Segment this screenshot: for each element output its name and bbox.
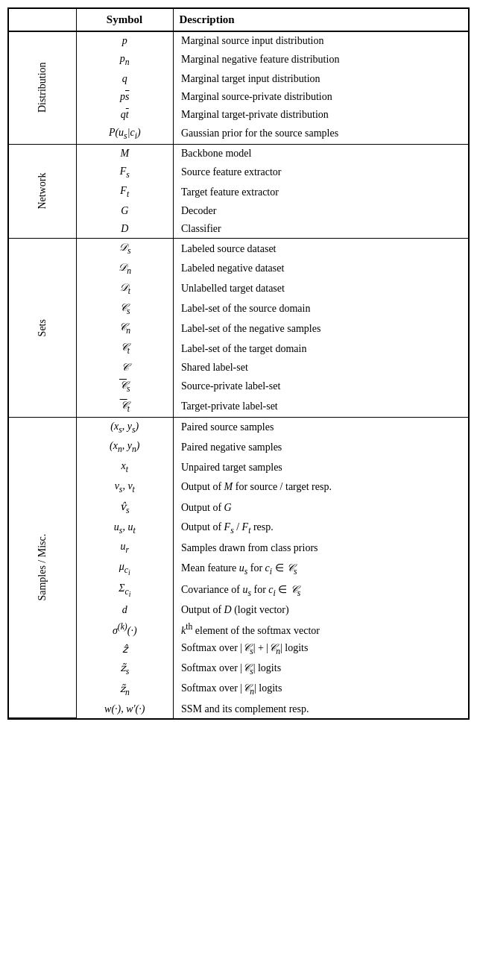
table-row: Σci Covariance of us for ci ∈ 𝒞s bbox=[77, 579, 469, 601]
symbol-sigma-ci: Σci bbox=[77, 579, 174, 601]
desc-G: Decoder bbox=[174, 202, 469, 220]
desc-sigma-ci: Covariance of us for ci ∈ 𝒞s bbox=[174, 579, 469, 601]
desc-Ds: Labeled source dataset bbox=[174, 239, 469, 259]
symbol-sigma-k: σ(k)(·) bbox=[77, 619, 174, 640]
table-row: M Backbone model bbox=[77, 145, 469, 163]
table-row: 𝒞t Label-set of the target domain bbox=[77, 339, 469, 359]
symbol-Cn: 𝒞n bbox=[77, 318, 174, 339]
symbol-G: G bbox=[77, 202, 174, 220]
table-row: w(·), w′(·) SSM and its complement resp. bbox=[77, 700, 469, 718]
table-row: p Marginal source input distribution bbox=[77, 32, 469, 50]
desc-zn-tilde: Softmax over |𝒞n| logits bbox=[174, 679, 469, 700]
desc-p: Marginal source input distribution bbox=[174, 32, 469, 50]
table-row: Fs Source feature extractor bbox=[77, 163, 469, 183]
symbol-ps-bar: ps bbox=[77, 88, 174, 106]
table-row: P(us|ci) Gaussian prior for the source s… bbox=[77, 124, 469, 144]
distribution-section: Distribution p Marginal source input dis… bbox=[9, 31, 468, 144]
table-row: q Marginal target input distribution bbox=[77, 70, 469, 88]
table-row: v̂s Output of G bbox=[77, 497, 469, 518]
symbol-xn-yn: (xn, yn) bbox=[77, 437, 174, 457]
table-row: (xn, yn) Paired negative samples bbox=[77, 437, 469, 457]
desc-xs-ys: Paired source samples bbox=[174, 418, 469, 438]
symbol-Fs: Fs bbox=[77, 163, 174, 183]
desc-Cn: Label-set of the negative samples bbox=[174, 318, 469, 339]
symbol-xt: xt bbox=[77, 457, 174, 477]
symbol-Ds: 𝒟s bbox=[77, 239, 174, 259]
header-description: Description bbox=[173, 9, 468, 31]
desc-pus-ci: Gaussian prior for the source samples bbox=[174, 124, 469, 144]
desc-ps-bar: Marginal source-private distribution bbox=[174, 88, 469, 106]
symbol-ur: ur bbox=[77, 538, 174, 558]
desc-Cs-bar: Source-private label-set bbox=[174, 377, 469, 397]
table-row: d Output of D (logit vector) bbox=[77, 601, 469, 619]
table-row: σ(k)(·) kth element of the softmax vecto… bbox=[77, 619, 469, 640]
symbol-p: p bbox=[77, 32, 174, 50]
symbol-vs-hat: v̂s bbox=[77, 497, 174, 518]
symbol-Cs-bar: 𝒞s bbox=[77, 377, 174, 397]
symbol-us-ut: us, ut bbox=[77, 518, 174, 538]
desc-us-ut: Output of Fs / Ft resp. bbox=[174, 518, 469, 538]
desc-qt-bar: Marginal target-private distribution bbox=[174, 106, 469, 124]
symbol-Ct-bar: 𝒞t bbox=[77, 397, 174, 417]
symbol-qt-bar: qt bbox=[77, 106, 174, 124]
symbol-M: M bbox=[77, 145, 174, 163]
table-row: 𝒞n Label-set of the negative samples bbox=[77, 318, 469, 339]
samples-label: Samples / Misc. bbox=[9, 417, 76, 718]
table-row: z̃n Softmax over |𝒞n| logits bbox=[77, 679, 469, 700]
table-row: ur Samples drawn from class priors bbox=[77, 538, 469, 558]
symbol-z-hat: ẑ bbox=[77, 640, 174, 659]
desc-vs-hat: Output of G bbox=[174, 497, 469, 518]
table-row: μci Mean feature us for ci ∈ 𝒞s bbox=[77, 558, 469, 579]
desc-sigma-k: kth element of the softmax vector bbox=[174, 619, 469, 640]
main-table: Symbol Description Distribution p Margin… bbox=[7, 7, 470, 720]
symbol-D: D bbox=[77, 220, 174, 238]
distribution-label: Distribution bbox=[9, 31, 76, 144]
table-row: z̃s Softmax over |𝒞s| logits bbox=[77, 659, 469, 679]
table-row: 𝒞s Source-private label-set bbox=[77, 377, 469, 397]
desc-w-wprime: SSM and its complement resp. bbox=[174, 700, 469, 718]
symbol-zs-tilde: z̃s bbox=[77, 659, 174, 679]
symbol-pn: pn bbox=[77, 50, 174, 70]
table-row: ps Marginal source-private distribution bbox=[77, 88, 469, 106]
desc-Ct-bar: Target-private label-set bbox=[174, 397, 469, 417]
table-row: ẑ Softmax over |𝒞s| + |𝒞n| logits bbox=[77, 640, 469, 659]
table-row: 𝒞s Label-set of the source domain bbox=[77, 299, 469, 319]
table-row: D Classifier bbox=[77, 220, 469, 238]
symbol-Ct: 𝒞t bbox=[77, 339, 174, 359]
table-row: 𝒟t Unlabelled target dataset bbox=[77, 279, 469, 299]
table-row: Ft Target feature extractor bbox=[77, 182, 469, 202]
symbol-xs-ys: (xs, ys) bbox=[77, 418, 174, 438]
table-row: (xs, ys) Paired source samples bbox=[77, 418, 469, 438]
symbol-Dn: 𝒟n bbox=[77, 259, 174, 279]
desc-vs-vt: Output of M for source / target resp. bbox=[174, 477, 469, 497]
sets-label: Sets bbox=[9, 239, 76, 417]
desc-z-hat: Softmax over |𝒞s| + |𝒞n| logits bbox=[174, 640, 469, 659]
desc-mu-ci: Mean feature us for ci ∈ 𝒞s bbox=[174, 558, 469, 579]
desc-Ct: Label-set of the target domain bbox=[174, 339, 469, 359]
table-row: qt Marginal target-private distribution bbox=[77, 106, 469, 124]
symbol-w-wprime: w(·), w′(·) bbox=[77, 700, 174, 718]
symbol-vs-vt: vs, vt bbox=[77, 477, 174, 497]
desc-Cs: Label-set of the source domain bbox=[174, 299, 469, 319]
table-row: G Decoder bbox=[77, 202, 469, 220]
table-row: pn Marginal negative feature distributio… bbox=[77, 50, 469, 70]
symbol-Cs: 𝒞s bbox=[77, 299, 174, 319]
header-category bbox=[9, 9, 76, 31]
symbol-q: q bbox=[77, 70, 174, 88]
network-label: Network bbox=[9, 144, 76, 239]
desc-xn-yn: Paired negative samples bbox=[174, 437, 469, 457]
network-section: Network M Backbone model Fs Source featu… bbox=[9, 144, 468, 239]
desc-Ft: Target feature extractor bbox=[174, 182, 469, 202]
symbol-Dt: 𝒟t bbox=[77, 279, 174, 299]
desc-ur: Samples drawn from class priors bbox=[174, 538, 469, 558]
sets-section: Sets 𝒟s Labeled source dataset 𝒟n Labele… bbox=[9, 239, 468, 417]
table-row: vs, vt Output of M for source / target r… bbox=[77, 477, 469, 497]
table-row: 𝒟s Labeled source dataset bbox=[77, 239, 469, 259]
table-row: 𝒞t Target-private label-set bbox=[77, 397, 469, 417]
table-row: 𝒞 Shared label-set bbox=[77, 359, 469, 377]
desc-C: Shared label-set bbox=[174, 359, 469, 377]
desc-q: Marginal target input distribution bbox=[174, 70, 469, 88]
desc-D: Classifier bbox=[174, 220, 469, 238]
desc-d: Output of D (logit vector) bbox=[174, 601, 469, 619]
table-row: us, ut Output of Fs / Ft resp. bbox=[77, 518, 469, 538]
